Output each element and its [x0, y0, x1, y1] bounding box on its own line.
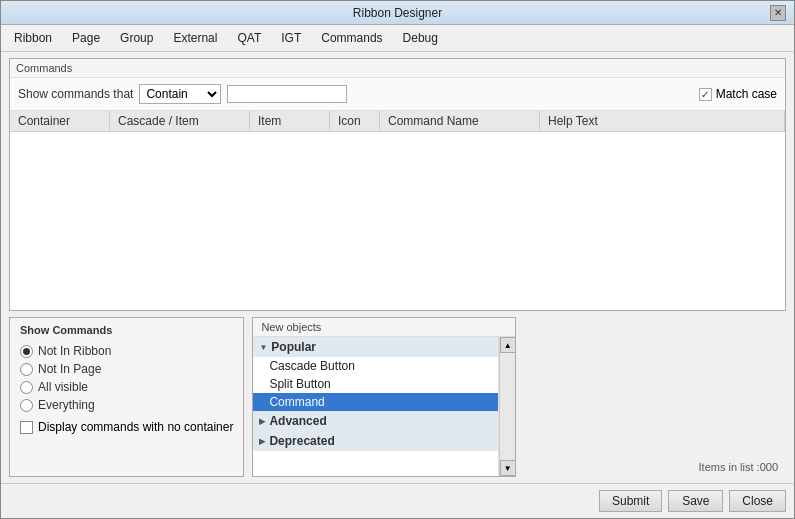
display-no-container-checkbox[interactable] — [20, 421, 33, 434]
triangle-deprecated: ▶ — [259, 437, 265, 446]
group-header-popular[interactable]: ▼ Popular — [253, 337, 498, 357]
menu-ribbon[interactable]: Ribbon — [5, 27, 61, 49]
group-label-advanced: Advanced — [269, 414, 326, 428]
radio-btn-not-in-page — [20, 363, 33, 376]
show-commands-title: Show Commands — [20, 324, 233, 336]
radio-label-not-in-page: Not In Page — [38, 362, 101, 376]
display-no-container-label: Display commands with no container — [38, 420, 233, 434]
right-spacer: Items in list :000 — [524, 317, 786, 477]
radio-btn-everything — [20, 399, 33, 412]
main-content: Commands Show commands that Contain Star… — [1, 52, 794, 483]
filter-label: Show commands that — [18, 87, 133, 101]
close-button[interactable]: Close — [729, 490, 786, 512]
filter-select[interactable]: Contain Start with End with — [140, 85, 220, 103]
item-command[interactable]: Command — [253, 393, 498, 411]
filter-text-input[interactable] — [227, 85, 347, 103]
commands-panel-title: Commands — [10, 59, 785, 78]
group-header-advanced[interactable]: ▶ Advanced — [253, 411, 498, 431]
radio-not-in-page[interactable]: Not In Page — [20, 362, 233, 376]
display-no-container-row[interactable]: Display commands with no container — [20, 420, 233, 434]
triangle-advanced: ▶ — [259, 417, 265, 426]
group-label-deprecated: Deprecated — [269, 434, 334, 448]
window-title: Ribbon Designer — [25, 6, 770, 20]
items-count-label: Items in list :000 — [691, 459, 786, 475]
item-split-button[interactable]: Split Button — [253, 375, 498, 393]
scrollbar-up-btn[interactable]: ▲ — [500, 337, 516, 353]
radio-btn-not-in-ribbon — [20, 345, 33, 358]
col-icon: Icon — [330, 111, 380, 131]
radio-label-all-visible: All visible — [38, 380, 88, 394]
group-label-popular: Popular — [271, 340, 316, 354]
col-help-text: Help Text — [540, 111, 785, 131]
match-case-wrapper: Match case — [699, 87, 777, 101]
commands-table-area: Container Cascade / Item Item Icon Comma… — [10, 111, 785, 310]
menu-group[interactable]: Group — [111, 27, 162, 49]
match-case-checkbox[interactable] — [699, 88, 712, 101]
col-item: Item — [250, 111, 330, 131]
filter-select-wrapper: Contain Start with End with — [139, 84, 221, 104]
radio-not-in-ribbon[interactable]: Not In Ribbon — [20, 344, 233, 358]
main-window: Ribbon Designer ✕ Ribbon Page Group Exte… — [0, 0, 795, 519]
item-cascade-button[interactable]: Cascade Button — [253, 357, 498, 375]
title-bar: Ribbon Designer ✕ — [1, 1, 794, 25]
menu-external[interactable]: External — [164, 27, 226, 49]
triangle-popular: ▼ — [259, 343, 267, 352]
col-container: Container — [10, 111, 110, 131]
scrollbar-down-btn[interactable]: ▼ — [500, 460, 516, 476]
new-objects-inner: ▼ Popular Cascade Button Split Button Co… — [253, 337, 515, 476]
radio-btn-all-visible — [20, 381, 33, 394]
radio-all-visible[interactable]: All visible — [20, 380, 233, 394]
radio-everything[interactable]: Everything — [20, 398, 233, 412]
scrollbar-track — [500, 353, 515, 460]
new-objects-panel: New objects ▼ Popular Cascade Button Spl… — [252, 317, 516, 477]
bottom-section: Show Commands Not In Ribbon Not In Page … — [9, 317, 786, 477]
save-button[interactable]: Save — [668, 490, 723, 512]
commands-table-header: Container Cascade / Item Item Icon Comma… — [10, 111, 785, 132]
new-objects-title: New objects — [253, 318, 515, 337]
menu-debug[interactable]: Debug — [394, 27, 447, 49]
match-case-label: Match case — [716, 87, 777, 101]
menu-qat[interactable]: QAT — [228, 27, 270, 49]
bottom-bar: Submit Save Close — [1, 483, 794, 518]
commands-panel: Commands Show commands that Contain Star… — [9, 58, 786, 311]
radio-label-everything: Everything — [38, 398, 95, 412]
menu-bar: Ribbon Page Group External QAT IGT Comma… — [1, 25, 794, 52]
submit-button[interactable]: Submit — [599, 490, 662, 512]
group-header-deprecated[interactable]: ▶ Deprecated — [253, 431, 498, 451]
new-objects-scrollbar: ▲ ▼ — [499, 337, 515, 476]
col-command-name: Command Name — [380, 111, 540, 131]
new-objects-list: ▼ Popular Cascade Button Split Button Co… — [253, 337, 499, 476]
show-commands-panel: Show Commands Not In Ribbon Not In Page … — [9, 317, 244, 477]
menu-page[interactable]: Page — [63, 27, 109, 49]
commands-table-body — [10, 132, 785, 272]
window-close-button[interactable]: ✕ — [770, 5, 786, 21]
radio-label-not-in-ribbon: Not In Ribbon — [38, 344, 111, 358]
col-cascade: Cascade / Item — [110, 111, 250, 131]
menu-igt[interactable]: IGT — [272, 27, 310, 49]
filter-bar: Show commands that Contain Start with En… — [10, 78, 785, 111]
menu-commands[interactable]: Commands — [312, 27, 391, 49]
